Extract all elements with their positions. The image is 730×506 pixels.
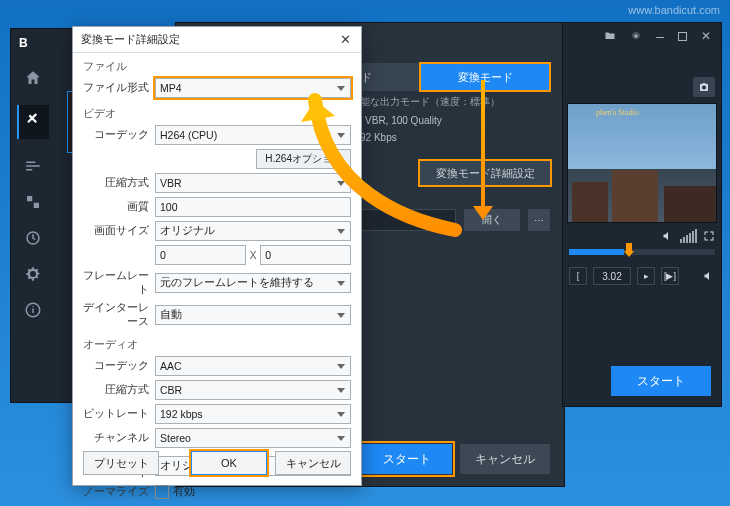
compression-label: 圧縮方式 [83,176,155,190]
main-start-button[interactable]: スタート [611,366,711,396]
size-select[interactable]: オリジナル [155,221,351,241]
quality-input[interactable]: 100 [155,197,351,217]
compression-select[interactable]: VBR [155,173,351,193]
close-icon[interactable]: ✕ [701,29,711,43]
folder-icon[interactable] [604,30,616,42]
playhead-handle[interactable] [624,243,634,261]
normalize-checkbox-label: 有効 [173,484,195,499]
audio-codec-select[interactable]: AAC [155,356,351,376]
step-next-button[interactable]: ▸ [637,267,655,285]
normalize-label: ノーマライズ [83,485,155,499]
info-icon[interactable] [24,301,42,319]
group-video: ビデオ [73,100,361,123]
x-separator: X [250,250,257,261]
tune-icon[interactable] [24,157,42,175]
back-sidebar [11,57,55,402]
preview-sign: phen's Studio [596,108,639,117]
audio-codec-label: コーデック [83,359,155,373]
annotation-arrow-down [475,80,491,220]
bitrate-select[interactable]: 192 kbps [155,404,351,424]
maximize-icon[interactable] [678,32,687,41]
framerate-label: フレームレート [83,269,155,297]
gear-icon[interactable] [24,265,42,283]
timeline[interactable] [569,249,715,255]
group-audio: オーディオ [73,331,361,354]
sound-icon[interactable] [703,270,715,282]
merge-icon[interactable] [24,193,42,211]
volume-icon[interactable] [662,230,674,242]
minimize-icon[interactable]: – [656,32,664,40]
channel-label: チャンネル [83,431,155,445]
mark-in-button[interactable]: [ [569,267,587,285]
gear-icon[interactable] [630,30,642,42]
start-button[interactable]: スタート [362,444,452,474]
svg-point-3 [702,86,706,90]
group-file: ファイル [73,53,361,76]
video-codec-label: コーデック [83,128,155,142]
dialog-title: 変換モード詳細設定 [81,32,180,47]
deinterlace-select[interactable]: 自動 [155,305,351,325]
preset-button[interactable]: プリセット [83,451,159,475]
home-icon[interactable] [24,69,42,87]
bitrate-label: ビットレート [83,407,155,421]
quality-label: 画質 [83,200,155,214]
height-input[interactable]: 0 [260,245,351,265]
main-window: – ✕ phen's Studio [ ▸ [▶] スタート [562,22,722,407]
watermark: www.bandicut.com [628,4,720,16]
ok-button[interactable]: OK [191,451,267,475]
mark-out-button[interactable]: [▶] [661,267,679,285]
advanced-settings-dialog: 変換モード詳細設定 ✕ ファイル ファイル形式 MP4 ビデオ コーデック H2… [72,26,362,486]
more-button[interactable]: ⋯ [528,209,550,231]
audio-compression-select[interactable]: CBR [155,380,351,400]
framerate-select[interactable]: 元のフレームレートを維持する [155,273,351,293]
cut-tool[interactable] [17,105,49,139]
channel-select[interactable]: Stereo [155,428,351,448]
history-icon[interactable] [24,229,42,247]
file-format-select[interactable]: MP4 [155,78,351,98]
h264-options-button[interactable]: H.264オプション [256,149,351,169]
file-format-label: ファイル形式 [83,81,155,95]
time-input[interactable] [593,267,631,285]
volume-meter [680,229,697,243]
fullscreen-icon[interactable] [703,230,715,242]
dialog-cancel-button[interactable]: キャンセル [275,451,351,475]
size-label: 画面サイズ [83,224,155,238]
audio-compression-label: 圧縮方式 [83,383,155,397]
width-input[interactable]: 0 [155,245,246,265]
normalize-checkbox[interactable] [155,485,169,499]
video-preview: phen's Studio [567,103,717,223]
cancel-button[interactable]: キャンセル [460,444,550,474]
close-button[interactable]: ✕ [337,32,353,48]
snapshot-button[interactable] [693,77,715,97]
video-codec-select[interactable]: H264 (CPU) [155,125,351,145]
deinterlace-label: デインターレース [83,301,155,329]
